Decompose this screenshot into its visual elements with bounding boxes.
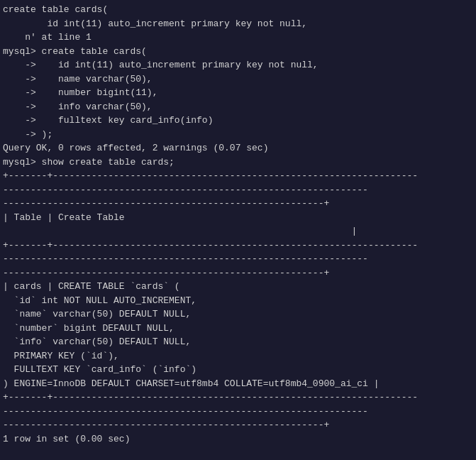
line-29: FULLTEXT KEY `card_info` (`info`): [0, 363, 476, 377]
separator-top-3: ----------------------------------------…: [0, 197, 476, 211]
line-24: `id` int NOT NULL AUTO_INCREMENT,: [0, 294, 476, 308]
separator-top-1: +-------+-------------------------------…: [0, 169, 476, 183]
line-7: -> number bigint(11),: [0, 86, 476, 100]
line-13: mysql> show create table cards;: [0, 155, 476, 170]
line-26: `number` bigint DEFAULT NULL,: [0, 322, 476, 336]
separator-mid-3: ----------------------------------------…: [0, 266, 476, 280]
line-6: -> name varchar(50),: [0, 72, 476, 87]
separator-bot-3: ----------------------------------------…: [0, 418, 476, 432]
line-25: `name` varchar(50) DEFAULT NULL,: [0, 307, 476, 322]
line-35: 1 row in set (0.00 sec): [0, 432, 476, 447]
line-17: | Table | Create Table: [0, 211, 476, 225]
line-2: id int(11) auto_increment primary key no…: [0, 17, 476, 31]
separator-bot-2: ----------------------------------------…: [0, 405, 476, 419]
line-30: ) ENGINE=InnoDB DEFAULT CHARSET=utf8mb4 …: [0, 377, 476, 391]
separator-mid-1: +-------+-------------------------------…: [0, 239, 476, 253]
line-10: -> );: [0, 128, 476, 142]
line-19: |: [0, 224, 476, 239]
line-3: n' at line 1: [0, 31, 476, 45]
line-27: `info` varchar(50) DEFAULT NULL,: [0, 335, 476, 349]
line-23: | cards | CREATE TABLE `cards` (: [0, 280, 476, 294]
terminal-window: create table cards( id int(11) auto_incr…: [0, 0, 476, 460]
line-5: -> id int(11) auto_increment primary key…: [0, 58, 476, 72]
separator-bot-1: +-------+-------------------------------…: [0, 390, 476, 405]
line-28: PRIMARY KEY (`id`),: [0, 349, 476, 363]
separator-top-2: ----------------------------------------…: [0, 183, 476, 197]
line-11: Query OK, 0 rows affected, 2 warnings (0…: [0, 141, 476, 155]
line-9: -> fulltext key card_info(info): [0, 114, 476, 128]
line-1: create table cards(: [0, 3, 476, 17]
line-4: mysql> create table cards(: [0, 45, 476, 59]
line-8: -> info varchar(50),: [0, 100, 476, 114]
separator-mid-2: ----------------------------------------…: [0, 252, 476, 266]
